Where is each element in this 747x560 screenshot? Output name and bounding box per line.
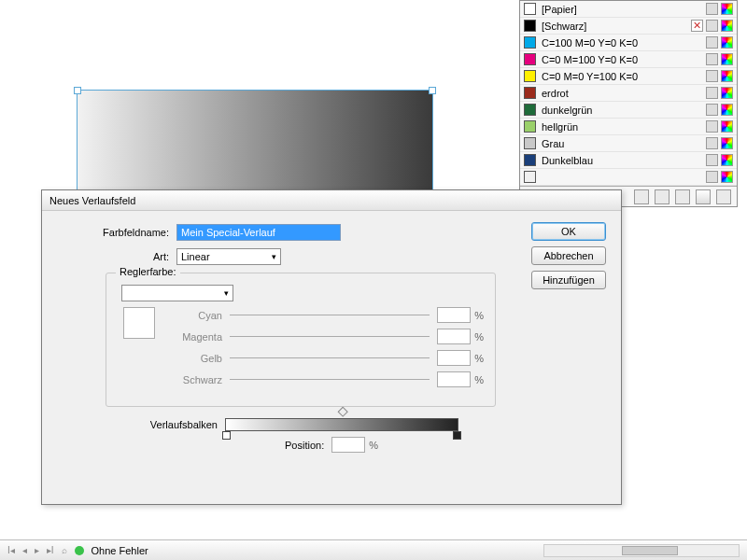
swatch-type-icon <box>706 137 718 149</box>
stopcolor-dropdown[interactable] <box>121 285 233 301</box>
swatch-name: hellgrün <box>542 121 700 133</box>
swatch-type-icon <box>706 120 718 133</box>
swatch-type-icon <box>706 3 718 15</box>
swatch-row[interactable]: erdrot <box>520 85 737 102</box>
color-stop-left[interactable] <box>222 431 231 440</box>
dialog-title: Neues Verlaufsfeld <box>42 190 621 211</box>
color-preview <box>123 307 155 339</box>
gradient-ramp[interactable] <box>225 418 458 431</box>
swatch-view-icon[interactable] <box>634 189 649 204</box>
name-input[interactable] <box>176 224 341 241</box>
swatch-mode-icon <box>721 53 733 65</box>
swatch-chip <box>524 137 536 149</box>
swatch-filter2-icon[interactable] <box>675 189 690 204</box>
swatch-row[interactable]: C=0 M=0 Y=100 K=0 <box>520 68 737 85</box>
swatch-row[interactable]: Grau <box>520 135 737 152</box>
swatch-name: dunkelgrün <box>542 105 700 116</box>
swatch-chip <box>524 171 536 183</box>
name-label: Farbfeldname: <box>55 227 176 238</box>
swatch-name: [Schwarz] <box>542 21 685 32</box>
swatch-name: Grau <box>542 138 700 149</box>
swatch-row[interactable]: C=0 M=100 Y=0 K=0 <box>520 51 737 68</box>
swatch-row[interactable]: dunkelgrün <box>520 102 737 119</box>
swatch-name: erdrot <box>542 88 700 99</box>
swatch-mode-icon <box>721 120 733 133</box>
gradbar-label: Verlaufsbalken <box>55 419 225 430</box>
type-label: Art: <box>55 251 176 262</box>
swatch-chip <box>524 154 536 166</box>
swatch-type-icon <box>706 104 718 116</box>
swatch-type-icon <box>706 53 718 65</box>
swatches-panel: [Papier][Schwarz]✕C=100 M=0 Y=0 K=0C=0 M… <box>519 0 738 207</box>
magenta-input[interactable] <box>437 329 471 344</box>
delete-swatch-icon[interactable] <box>716 189 731 204</box>
cyan-slider[interactable] <box>230 315 430 315</box>
stop-color-group: Reglerfarbe: Cyan% Magenta% Gelb% Schwar… <box>106 273 496 407</box>
swatch-lock-icon: ✕ <box>691 20 703 32</box>
swatch-name: C=100 M=0 Y=0 K=0 <box>542 37 700 49</box>
black-input[interactable] <box>437 371 471 387</box>
midpoint-icon[interactable] <box>338 407 348 417</box>
black-slider[interactable] <box>230 379 430 380</box>
swatch-chip <box>524 70 536 82</box>
swatch-row[interactable] <box>520 169 737 186</box>
swatch-mode-icon <box>721 154 733 166</box>
swatch-chip <box>524 104 536 116</box>
swatch-mode-icon <box>721 3 733 15</box>
preflight-icon[interactable]: ⌕ <box>62 545 67 555</box>
swatch-chip <box>524 120 536 133</box>
swatch-mode-icon <box>721 137 733 149</box>
canvas-gradient-frame[interactable] <box>77 90 433 196</box>
swatch-mode-icon <box>721 70 733 82</box>
swatch-type-icon <box>706 171 718 183</box>
swatch-row[interactable]: C=100 M=0 Y=0 K=0 <box>520 35 737 51</box>
swatch-type-icon <box>706 20 718 32</box>
yellow-slider[interactable] <box>230 357 430 358</box>
swatch-name: Dunkelblau <box>542 155 700 166</box>
yellow-label: Gelb <box>164 353 230 364</box>
swatch-mode-icon <box>721 20 733 32</box>
swatch-chip <box>524 53 536 65</box>
swatch-type-icon <box>706 70 718 82</box>
swatch-mode-icon <box>721 36 733 49</box>
black-label: Schwarz <box>164 374 230 385</box>
new-swatch-icon[interactable] <box>696 189 711 204</box>
next-page-icon[interactable]: ▸ <box>35 545 39 555</box>
swatch-row[interactable]: hellgrün <box>520 119 737 135</box>
swatch-mode-icon <box>721 87 733 99</box>
swatch-type-icon <box>706 154 718 166</box>
swatch-chip <box>524 36 536 49</box>
ok-button[interactable]: OK <box>531 222 606 241</box>
cancel-button[interactable]: Abbrechen <box>531 246 606 265</box>
swatch-chip <box>524 87 536 99</box>
swatch-mode-icon <box>721 104 733 116</box>
first-page-icon[interactable]: I◂ <box>7 545 15 555</box>
new-gradient-dialog: Neues Verlaufsfeld Farbfeldname: Art: Li… <box>41 189 622 505</box>
yellow-input[interactable] <box>437 350 471 366</box>
scrollbar-thumb[interactable] <box>622 546 678 555</box>
swatch-type-icon <box>706 87 718 99</box>
scrollbar[interactable] <box>543 544 740 557</box>
cyan-input[interactable] <box>437 307 471 323</box>
swatch-row[interactable]: Dunkelblau <box>520 152 737 169</box>
add-button[interactable]: Hinzufügen <box>531 271 606 289</box>
swatch-type-icon <box>706 36 718 49</box>
status-bar: I◂ ◂ ▸ ▸I ⌕ Ohne Fehler <box>0 539 747 560</box>
cyan-label: Cyan <box>164 310 230 321</box>
status-text: Ohne Fehler <box>92 545 148 556</box>
swatch-name: C=0 M=0 Y=100 K=0 <box>542 71 700 82</box>
prev-page-icon[interactable]: ◂ <box>22 545 27 555</box>
last-page-icon[interactable]: ▸I <box>47 545 54 555</box>
position-input[interactable] <box>331 437 365 453</box>
stopcolor-label: Reglerfarbe: <box>116 266 180 277</box>
swatch-row[interactable]: [Papier] <box>520 1 737 18</box>
color-stop-right[interactable] <box>453 431 461 440</box>
magenta-label: Magenta <box>164 331 230 343</box>
swatch-mode-icon <box>721 171 733 183</box>
swatch-row[interactable]: [Schwarz]✕ <box>520 18 737 35</box>
position-label: Position: <box>285 440 331 451</box>
swatch-chip <box>524 3 536 15</box>
magenta-slider[interactable] <box>230 336 430 337</box>
swatch-filter-icon[interactable] <box>655 189 669 204</box>
type-dropdown[interactable]: Linear <box>176 248 281 265</box>
